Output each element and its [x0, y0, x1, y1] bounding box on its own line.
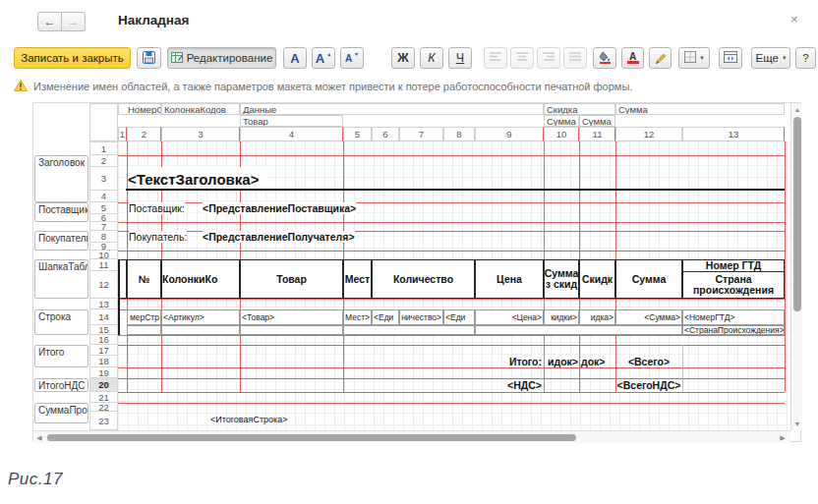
cell-row-template[interactable]: идка>: [579, 309, 615, 325]
font-button[interactable]: А: [283, 47, 307, 69]
row-header[interactable]: 22: [89, 403, 118, 412]
row-header[interactable]: 20: [89, 378, 118, 392]
cell-row-template[interactable]: <НомерГТД>: [682, 309, 785, 325]
area-label[interactable]: ШапкаТабли: [34, 259, 88, 299]
save-and-close-button[interactable]: Записать и закрыть: [14, 47, 131, 69]
merge-cells-button[interactable]: [719, 47, 742, 69]
cell-row-template[interactable]: <Артикул>: [161, 309, 240, 325]
italic-button[interactable]: К: [420, 47, 443, 69]
column-header[interactable]: 5: [343, 127, 372, 141]
cell-row-template[interactable]: мерСтр: [127, 309, 161, 325]
area-label[interactable]: ИтогоНДС: [34, 378, 88, 392]
row-header[interactable]: 18: [89, 356, 118, 367]
row-header[interactable]: 13: [89, 299, 118, 309]
column-header[interactable]: 12: [615, 127, 682, 141]
align-center-button[interactable]: [510, 47, 534, 69]
column-header[interactable]: 10: [544, 127, 579, 141]
cell-row-template[interactable]: кидки>: [544, 309, 579, 325]
area-label[interactable]: Заголовок: [34, 155, 88, 202]
area-label[interactable]: СуммаПропи: [34, 403, 88, 423]
cell-total-wo-discount[interactable]: идок>: [545, 356, 578, 367]
area-label[interactable]: Строка: [34, 309, 88, 335]
cell-table-header[interactable]: Товар: [240, 259, 343, 299]
font-increase-button[interactable]: А▴: [312, 47, 335, 69]
cell-table-header[interactable]: №: [127, 259, 161, 299]
cell-table-header[interactable]: Мест: [343, 259, 372, 299]
align-right-button[interactable]: [537, 47, 560, 69]
column-header[interactable]: 4: [240, 127, 343, 141]
cell-buyer-value[interactable]: <ПредставлениеПолучателя>: [203, 231, 355, 243]
row-header[interactable]: 4: [89, 191, 118, 202]
editing-toggle-button[interactable]: Редактирование: [167, 47, 276, 69]
scroll-up-icon[interactable]: ▲: [791, 104, 803, 114]
row-header[interactable]: 17: [89, 345, 118, 356]
column-header[interactable]: 11: [579, 127, 615, 141]
save-button[interactable]: [137, 47, 161, 69]
column-header[interactable]: 6: [372, 127, 399, 141]
cell-row-template[interactable]: <Цена>: [475, 309, 544, 325]
cell-row-template[interactable]: <Товар>: [240, 309, 343, 325]
cell-buyer-label[interactable]: Покупатель:: [129, 231, 187, 243]
column-header[interactable]: 9: [475, 127, 544, 141]
area-label[interactable]: Покупатель: [34, 231, 88, 251]
borders-dropdown-button[interactable]: ▾: [678, 47, 710, 69]
cell-row-template[interactable]: <СтранаПроисхождения>: [682, 325, 785, 335]
cell-row-template[interactable]: Мест>: [343, 309, 372, 325]
cell-table-header[interactable]: Скидк: [579, 259, 615, 299]
cell-row-template[interactable]: [343, 325, 475, 335]
column-header[interactable]: 3: [161, 127, 240, 141]
cell-total-discount[interactable]: док>: [581, 356, 614, 367]
cell-row-template[interactable]: <Еди: [372, 309, 399, 325]
more-button[interactable]: Еще ▾: [751, 47, 790, 69]
column-group[interactable]: Скидка: [544, 103, 615, 115]
row-header[interactable]: 12: [89, 271, 118, 299]
forward-button[interactable]: →: [62, 12, 86, 31]
scroll-left-icon[interactable]: ◀: [34, 431, 44, 444]
cell-row-template[interactable]: <Сумма>: [615, 309, 682, 325]
back-button[interactable]: ←: [37, 12, 62, 31]
column-header[interactable]: 8: [443, 127, 475, 141]
cell-supplier-value[interactable]: <ПредставлениеПоставщика>: [203, 202, 356, 214]
column-group[interactable]: КолонкаКодов: [161, 103, 240, 115]
area-label[interactable]: Поставщик: [34, 202, 88, 222]
cell-row-template[interactable]: ничество>: [399, 309, 443, 325]
cell-table-header[interactable]: Страна происхождения: [682, 271, 785, 299]
row-header[interactable]: 23: [89, 412, 118, 430]
row-header[interactable]: 1: [89, 141, 118, 155]
column-header[interactable]: 2: [127, 127, 161, 141]
close-icon[interactable]: ×: [790, 12, 798, 27]
cell-table-header[interactable]: Количество: [372, 259, 475, 299]
cell-total-label[interactable]: Итого:: [475, 356, 542, 367]
fill-color-button[interactable]: [593, 47, 616, 69]
corner-cell[interactable]: [89, 103, 118, 141]
column-subgroup[interactable]: Товар: [240, 115, 343, 127]
row-header[interactable]: 7: [89, 222, 118, 231]
cell-footer-string[interactable]: <ИтоговаяСтрока>: [210, 415, 287, 424]
row-header[interactable]: 11: [89, 259, 118, 271]
column-subgroup[interactable]: Сумма: [579, 115, 615, 127]
column-header[interactable]: 13: [682, 127, 785, 141]
area-label[interactable]: Итого: [34, 345, 88, 367]
column-subgroup[interactable]: Сумма: [544, 115, 579, 127]
underline-button[interactable]: Ч: [448, 47, 472, 69]
row-header[interactable]: 19: [89, 367, 118, 378]
cell-supplier-label[interactable]: Поставщик:: [129, 202, 185, 214]
scroll-right-icon[interactable]: ▶: [778, 431, 788, 444]
cell-table-header[interactable]: КолонкиКо: [161, 259, 240, 299]
column-group[interactable]: НомерС: [118, 103, 161, 115]
scroll-down-icon[interactable]: ▼: [791, 419, 803, 428]
cell-vat-total[interactable]: <ВсегоНДС>: [615, 379, 682, 391]
help-button[interactable]: ?: [795, 47, 816, 69]
row-header[interactable]: 16: [89, 335, 118, 345]
vertical-scrollbar[interactable]: ▲ ▼: [790, 103, 802, 430]
row-header[interactable]: 10: [89, 251, 118, 259]
cell-row-template[interactable]: [240, 325, 343, 335]
cell-row-template[interactable]: [475, 325, 682, 335]
cell-row-template[interactable]: [127, 325, 161, 335]
row-header[interactable]: 3: [89, 167, 118, 191]
column-group[interactable]: Данные: [240, 103, 544, 115]
align-justify-button[interactable]: [563, 47, 587, 69]
cell-vat[interactable]: <НДС>: [475, 379, 542, 391]
font-decrease-button[interactable]: А▾: [340, 47, 364, 69]
pencil-button[interactable]: [649, 47, 672, 69]
